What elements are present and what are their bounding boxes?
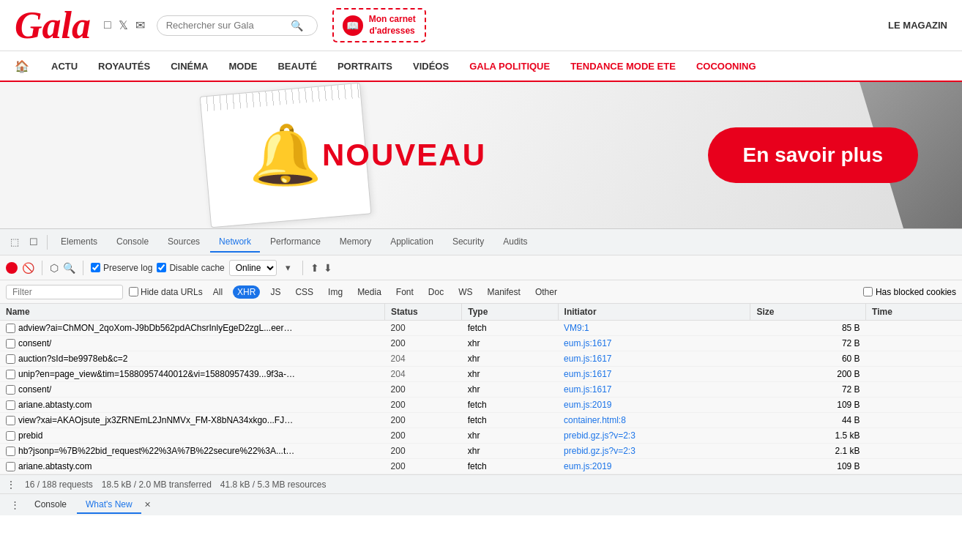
row-checkbox-0[interactable]	[6, 324, 15, 333]
table-row[interactable]: consent/ 200 xhr eum.js:1617 72 B	[0, 382, 962, 397]
initiator-link[interactable]: eum.js:1617	[564, 354, 611, 364]
col-header-initiator[interactable]: Initiator	[558, 304, 750, 321]
nav-politique[interactable]: GALA POLITIQUE	[459, 51, 560, 81]
row-checkbox-7[interactable]	[6, 431, 15, 441]
initiator-link[interactable]: eum.js:1617	[564, 384, 611, 395]
preserve-log-checkbox[interactable]	[91, 263, 100, 272]
nav-actu[interactable]: ACTU	[41, 51, 88, 81]
table-row[interactable]: consent/ 200 xhr eum.js:1617 72 B	[0, 336, 962, 351]
table-row[interactable]: hb?jsonp=%7B%22bid_request%22%3A%7B%22se…	[0, 444, 962, 459]
filter-manifest[interactable]: Manifest	[483, 285, 525, 299]
tab-elements[interactable]: Elements	[52, 232, 106, 253]
search-input[interactable]	[166, 20, 291, 31]
initiator-link[interactable]: prebid.gz.js?v=2:3	[564, 430, 635, 441]
nav-royautes[interactable]: ROYAUTÉS	[88, 51, 160, 81]
status-bar-menu-icon[interactable]: ⋮	[6, 479, 16, 490]
carnet-button[interactable]: 📖 Mon carnetd'adresses	[332, 8, 426, 42]
row-checkbox-6[interactable]	[6, 416, 15, 425]
blocked-cookies-checkbox[interactable]	[863, 287, 873, 296]
col-header-name[interactable]: Name	[0, 304, 385, 321]
filter-js[interactable]: JS	[266, 285, 285, 299]
col-header-type[interactable]: Type	[462, 304, 558, 321]
preserve-log-label[interactable]: Preserve log	[91, 263, 152, 273]
filter-other[interactable]: Other	[531, 285, 562, 299]
disable-cache-checkbox[interactable]	[157, 263, 166, 272]
row-checkbox-2[interactable]	[6, 354, 15, 364]
table-row[interactable]: ariane.abtasty.com 200 fetch eum.js:2019…	[0, 397, 962, 413]
col-header-time[interactable]: Time	[866, 304, 962, 321]
table-row[interactable]: auction?sId=be9978eb&c=2 204 xhr eum.js:…	[0, 351, 962, 367]
hide-data-urls-label[interactable]: Hide data URLs	[129, 287, 203, 297]
tab-console[interactable]: Console	[108, 232, 157, 253]
filter-font[interactable]: Font	[392, 285, 418, 299]
filter-toggle-button[interactable]: ⬡	[50, 262, 59, 274]
blocked-cookies-label[interactable]: Has blocked cookies	[863, 287, 956, 297]
clear-button[interactable]: 🚫	[22, 262, 34, 274]
row-checkbox-1[interactable]	[6, 339, 15, 348]
nav-portraits[interactable]: PORTRAITS	[327, 51, 403, 81]
row-checkbox-8[interactable]	[6, 447, 15, 456]
nav-mode[interactable]: MODE	[218, 51, 267, 81]
site-logo[interactable]: Gala	[15, 7, 91, 45]
table-row[interactable]: prebid 200 xhr prebid.gz.js?v=2:3 1.5 kB	[0, 428, 962, 444]
col-header-status[interactable]: Status	[385, 304, 462, 321]
tab-security[interactable]: Security	[444, 232, 493, 253]
nav-videos[interactable]: VIDÉOS	[403, 51, 459, 81]
table-row[interactable]: unip?en=page_view&tim=15880957440012&vi=…	[0, 367, 962, 382]
search-network-button[interactable]: 🔍	[63, 262, 75, 274]
row-checkbox-3[interactable]	[6, 370, 15, 379]
table-row[interactable]: adview?ai=ChMON_2qoXom-J9bDb562pdAChsrIn…	[0, 321, 962, 336]
row-checkbox-9[interactable]	[6, 462, 15, 471]
disable-cache-label[interactable]: Disable cache	[157, 263, 224, 273]
nav-tendance[interactable]: TENDANCE MODE ETE	[560, 51, 686, 81]
filter-xhr[interactable]: XHR	[233, 285, 260, 299]
nav-cocooning[interactable]: COCOONING	[686, 51, 767, 81]
filter-img[interactable]: Img	[324, 285, 347, 299]
nav-cinema[interactable]: CINÉMA	[160, 51, 218, 81]
banner-cta-button[interactable]: En savoir plus	[708, 127, 918, 183]
initiator-link[interactable]: eum.js:2019	[564, 461, 611, 471]
tab-memory[interactable]: Memory	[331, 232, 380, 253]
row-checkbox-5[interactable]	[6, 400, 15, 410]
import-button[interactable]: ⬆	[310, 262, 319, 274]
initiator-link[interactable]: eum.js:1617	[564, 338, 611, 348]
nav-beaute[interactable]: BEAUTÉ	[267, 51, 327, 81]
tab-network[interactable]: Network	[210, 232, 260, 253]
row-checkbox-4[interactable]	[6, 385, 15, 395]
initiator-link[interactable]: eum.js:1617	[564, 369, 611, 379]
hide-data-urls-checkbox[interactable]	[129, 287, 138, 296]
initiator-link[interactable]: eum.js:2019	[564, 400, 611, 410]
tab-sources[interactable]: Sources	[159, 232, 209, 253]
whatsnew-tab-close[interactable]: ✕	[141, 499, 154, 511]
throttle-dropdown[interactable]: ▾	[281, 259, 295, 276]
magazine-link[interactable]: LE MAGAZIN	[888, 20, 947, 31]
bottom-tab-console[interactable]: Console	[26, 496, 75, 514]
device-icon[interactable]: ☐	[25, 234, 42, 250]
inspect-icon[interactable]: ⬚	[6, 234, 23, 250]
facebook-icon[interactable]: □	[104, 18, 111, 32]
throttle-select[interactable]: Online	[229, 260, 277, 276]
table-row[interactable]: view?xai=AKAOjsute_jx3ZRNEmL2JnNMVx_FM-X…	[0, 413, 962, 428]
table-row[interactable]: ariane.abtasty.com 200 fetch eum.js:2019…	[0, 459, 962, 474]
nav-home-icon[interactable]: 🏠	[15, 59, 29, 73]
filter-input[interactable]	[6, 285, 123, 299]
filter-doc[interactable]: Doc	[424, 285, 448, 299]
export-button[interactable]: ⬇	[324, 262, 332, 274]
tab-audits[interactable]: Audits	[494, 232, 536, 253]
filter-css[interactable]: CSS	[291, 285, 318, 299]
twitter-icon[interactable]: 𝕏	[119, 18, 128, 32]
filter-media[interactable]: Media	[353, 285, 386, 299]
email-icon[interactable]: ✉	[135, 18, 145, 32]
filter-ws[interactable]: WS	[454, 285, 477, 299]
filter-all[interactable]: All	[209, 285, 227, 299]
tab-application[interactable]: Application	[381, 232, 442, 253]
initiator-link[interactable]: VM9:1	[564, 323, 589, 333]
initiator-link[interactable]: prebid.gz.js?v=2:3	[564, 446, 635, 456]
search-button[interactable]: 🔍	[291, 20, 303, 31]
bottom-tab-whatsnew[interactable]: What's New	[77, 496, 141, 514]
col-header-size[interactable]: Size	[750, 304, 866, 321]
bottom-panel-icon[interactable]: ⋮	[6, 496, 24, 513]
tab-performance[interactable]: Performance	[261, 232, 329, 253]
record-button[interactable]	[6, 262, 18, 274]
initiator-link[interactable]: container.html:8	[564, 415, 626, 425]
